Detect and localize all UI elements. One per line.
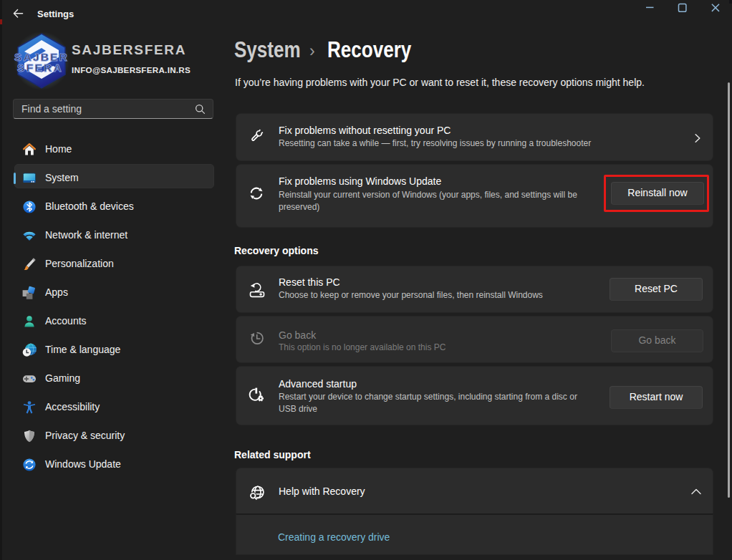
svg-text:SFERA: SFERA	[17, 62, 63, 74]
